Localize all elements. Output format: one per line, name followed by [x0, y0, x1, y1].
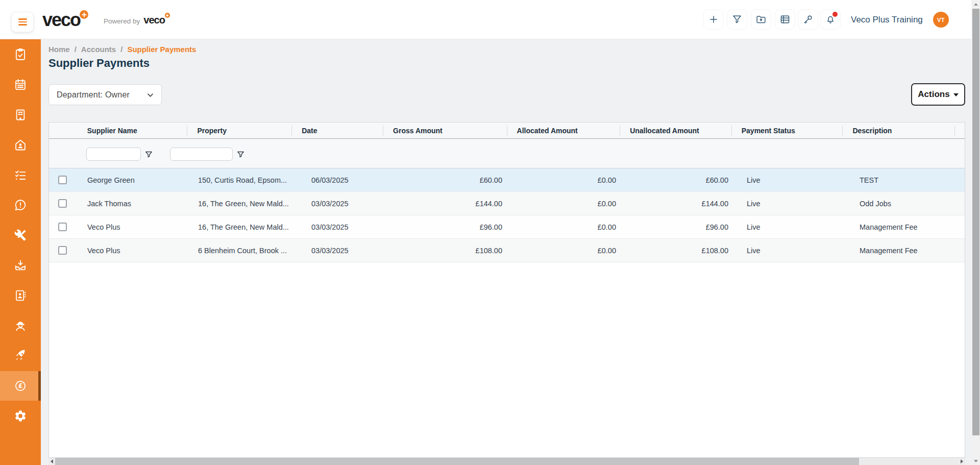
sidebar-item-maintenance[interactable] [0, 221, 41, 250]
table-row[interactable]: Jack Thomas 16, The Green, New Mald... 0… [49, 192, 965, 215]
powered-logo-plus-icon [165, 13, 170, 18]
tools-icon [14, 229, 27, 242]
column-header-property[interactable]: Property [187, 123, 291, 138]
sidebar-item-settings[interactable] [0, 401, 41, 431]
department-filter-dropdown[interactable]: Department: Owner [48, 84, 162, 105]
sidebar-item-marketing[interactable] [0, 341, 41, 371]
row-checkbox[interactable] [58, 176, 67, 184]
actions-button[interactable]: Actions [911, 83, 965, 106]
department-filter-label: Department: Owner [57, 90, 130, 100]
avatar[interactable]: VT [933, 12, 949, 28]
sidebar-item-contacts[interactable] [0, 281, 41, 310]
worker-icon [14, 319, 27, 332]
notifications-button[interactable] [820, 9, 841, 30]
cell-description: Management Fee [847, 239, 960, 262]
row-checkbox[interactable] [58, 223, 67, 231]
property-filter-input[interactable] [170, 148, 233, 161]
sidebar-item-enquiries[interactable] [0, 190, 41, 220]
cell-allocated-amount: £0.00 [509, 168, 623, 191]
filter-icon [731, 14, 743, 25]
sidebar-item-worksheets[interactable] [0, 160, 41, 190]
sidebar-item-accounts[interactable]: £ [0, 371, 41, 401]
plus-icon [708, 14, 719, 25]
breadcrumb-separator: / [75, 45, 77, 54]
menu-toggle-button[interactable] [11, 12, 34, 32]
sidebar-item-tasks[interactable] [0, 40, 41, 69]
sidebar-item-lettings[interactable] [0, 130, 41, 160]
vertical-scrollbar-thumb[interactable] [972, 9, 979, 435]
breadcrumb: Home / Accounts / Supplier Payments [48, 45, 196, 54]
row-checkbox[interactable] [58, 246, 67, 255]
cell-description: TEST [847, 168, 960, 191]
vertical-scrollbar[interactable] [971, 0, 980, 465]
cell-allocated-amount: £0.00 [509, 215, 623, 238]
filter-button[interactable] [727, 9, 747, 30]
column-header-description[interactable]: Description [842, 123, 954, 138]
veco-logo: veco [42, 9, 80, 32]
column-header-unallocated-amount[interactable]: Unallocated Amount [620, 123, 731, 138]
building-icon [14, 108, 27, 121]
veco-logo-text: veco [42, 9, 80, 30]
cell-supplier-name: Veco Plus [77, 215, 188, 238]
cell-supplier-name: Jack Thomas [77, 192, 188, 215]
breadcrumb-current: Supplier Payments [127, 45, 196, 54]
sidebar-item-contractors[interactable] [0, 311, 41, 340]
pound-circle-icon: £ [14, 379, 27, 393]
supplier-name-filter-button[interactable] [144, 150, 153, 159]
cell-property: 16, The Green, New Mald... [188, 215, 293, 238]
sidebar-item-downloads[interactable] [0, 251, 41, 280]
column-header-payment-status[interactable]: Payment Status [731, 123, 843, 138]
cell-allocated-amount: £0.00 [509, 239, 623, 262]
row-checkbox[interactable] [58, 199, 67, 208]
breadcrumb-home[interactable]: Home [48, 45, 70, 54]
cell-gross-amount: £144.00 [385, 192, 509, 215]
folder-download-icon [755, 14, 767, 25]
key-button[interactable] [798, 9, 818, 30]
table-row[interactable]: Veco Plus 16, The Green, New Mald... 03/… [49, 215, 965, 239]
cell-supplier-name: George Green [77, 168, 188, 191]
powered-by: Powered by veco [104, 14, 165, 26]
supplier-name-filter-input[interactable] [86, 148, 141, 161]
powered-by-label: Powered by [104, 17, 140, 25]
cell-description: Odd Jobs [847, 192, 960, 215]
add-button[interactable] [703, 9, 724, 30]
scroll-up-arrow[interactable] [971, 0, 980, 8]
caret-down-icon [953, 93, 959, 96]
table-view-button[interactable] [775, 9, 795, 30]
property-filter-button[interactable] [236, 150, 245, 159]
column-header-allocated-amount[interactable]: Allocated Amount [507, 123, 620, 138]
cell-property: 150, Curtis Road, Epsom... [188, 168, 293, 191]
sidebar-item-company[interactable] [0, 100, 41, 130]
funnel-icon [236, 150, 245, 159]
table-filter-row [49, 139, 965, 168]
scroll-right-arrow[interactable] [959, 458, 965, 465]
checklist-icon [14, 168, 27, 182]
home-person-icon [14, 138, 27, 152]
chat-alert-icon [14, 199, 27, 212]
cell-property: 6 Blenheim Court, Brook ... [188, 239, 293, 262]
horizontal-scrollbar[interactable] [48, 458, 965, 465]
column-header-supplier-name[interactable]: Supplier Name [77, 123, 187, 138]
cell-unallocated-amount: £60.00 [623, 168, 736, 191]
breadcrumb-separator: / [120, 45, 122, 54]
table-view-icon [779, 14, 791, 25]
scroll-down-arrow[interactable] [971, 457, 980, 465]
cell-payment-status: Live [736, 215, 847, 238]
cell-unallocated-amount: £108.00 [623, 239, 736, 262]
cell-date: 06/03/2025 [293, 168, 385, 191]
cell-payment-status: Live [736, 192, 847, 215]
inbox-download-icon [14, 259, 27, 272]
column-header-date[interactable]: Date [291, 123, 383, 138]
horizontal-scrollbar-thumb[interactable] [55, 458, 859, 465]
account-name[interactable]: Veco Plus Training [851, 0, 923, 39]
rocket-icon [14, 349, 27, 362]
cell-description: Management Fee [847, 215, 960, 238]
scroll-left-arrow[interactable] [48, 458, 55, 465]
column-header-gross-amount[interactable]: Gross Amount [383, 123, 506, 138]
folder-download-button[interactable] [751, 9, 771, 30]
sidebar-item-diary[interactable] [0, 70, 41, 100]
header-checkbox-column [49, 123, 77, 138]
table-row[interactable]: George Green 150, Curtis Road, Epsom... … [49, 168, 965, 192]
table-row[interactable]: Veco Plus 6 Blenheim Court, Brook ... 03… [49, 239, 965, 262]
breadcrumb-accounts[interactable]: Accounts [81, 45, 116, 54]
